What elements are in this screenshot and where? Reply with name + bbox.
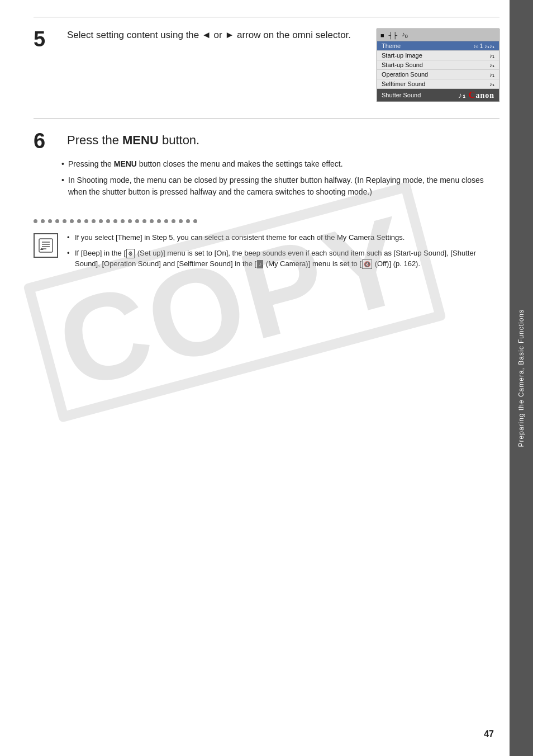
dot	[179, 219, 183, 223]
note-bullets: If you select [Theme] in Step 5, you can…	[67, 232, 499, 274]
step-6-section: 6 Press the MENU button. Pressing the ME…	[34, 119, 499, 208]
step-5-content: Select setting content using the ◄ or ► …	[67, 29, 499, 102]
sidebar-label: Preparing the Camera, Basic Functions	[517, 309, 525, 447]
canon-logo: ♪₁ Canon	[458, 90, 494, 100]
dot	[92, 219, 96, 223]
step-5-number: 5	[34, 29, 61, 50]
list-icon	[38, 238, 54, 253]
dot	[164, 219, 168, 223]
dot	[172, 219, 175, 223]
dot	[63, 219, 66, 223]
page-number: 47	[484, 729, 494, 739]
setup-icon: ⚙	[126, 249, 135, 258]
menu-row-operation-sound: Operation Sound ♪₁	[377, 70, 499, 79]
note-bullet-1: If you select [Theme] in Step 5, you can…	[67, 232, 499, 243]
dot	[186, 219, 190, 223]
step-6-title: Press the MENU button.	[67, 130, 199, 149]
camera-screen-image: ■ ┤├ ♪0 Theme ♪₀ 1 ♪₁♪₁ Start-up Image ♪…	[377, 29, 499, 102]
dot	[157, 219, 161, 223]
step-6-title-bold: MENU	[122, 133, 159, 147]
dot	[84, 219, 88, 223]
note-bullet-2: If [Beep] in the [⚙ (Set up)] menu is se…	[67, 248, 499, 270]
dot	[99, 219, 103, 223]
camera-icon-2: ┤├	[389, 32, 398, 39]
camera-icon-1: ■	[380, 32, 384, 39]
step-6-bullet-2: In Shooting mode, the menu can be closed…	[61, 174, 499, 198]
step-6-bullet-1: Pressing the MENU button closes the menu…	[61, 158, 499, 170]
menu-row-shutter-sound: Shutter Sound ♪₁ Canon	[377, 89, 499, 101]
dot	[142, 219, 146, 223]
note-section: If you select [Theme] in Step 5, you can…	[34, 232, 499, 274]
dot	[135, 219, 139, 223]
dot	[77, 219, 81, 223]
right-sidebar: Preparing the Camera, Basic Functions	[510, 0, 533, 756]
step-5-text: Select setting content using the ◄ or ► …	[67, 29, 365, 42]
step-5-title: Select setting content using the ◄ or ► …	[67, 29, 365, 42]
note-icon	[34, 233, 58, 258]
step-6-title-pre: Press the	[67, 133, 122, 147]
dot	[106, 219, 110, 223]
step-6-bullets: Pressing the MENU button closes the menu…	[61, 158, 499, 198]
dot	[70, 219, 74, 223]
dot	[48, 219, 52, 223]
camera-screen-header: ■ ┤├ ♪0	[377, 29, 499, 41]
dot	[128, 219, 132, 223]
menu-row-selftimer-sound: Selftimer Sound ♪₁	[377, 79, 499, 89]
dot	[34, 219, 37, 223]
camera-screen-menu: Theme ♪₀ 1 ♪₁♪₁ Start-up Image ♪₁ Start-…	[377, 41, 499, 101]
dot	[55, 219, 59, 223]
svg-rect-0	[39, 239, 53, 252]
dot	[150, 219, 154, 223]
mycamera-icon: ♪	[257, 260, 263, 268]
dot	[121, 219, 125, 223]
dot	[41, 219, 45, 223]
menu-row-theme: Theme ♪₀ 1 ♪₁♪₁	[377, 41, 499, 51]
dot	[113, 219, 117, 223]
dots-separator	[34, 219, 499, 223]
or-word: or	[214, 30, 222, 40]
step-6-number: 6	[34, 130, 61, 152]
menu-row-startup-image: Start-up Image ♪₁	[377, 51, 499, 60]
off-icon: 🔇	[362, 259, 372, 269]
step-5-section: 5 Select setting content using the ◄ or …	[34, 17, 499, 113]
menu-row-startup-sound: Start-up Sound ♪₁	[377, 60, 499, 70]
dot	[193, 219, 197, 223]
step-6-header: 6 Press the MENU button.	[34, 130, 499, 152]
copy-text: COPY	[23, 181, 446, 423]
camera-icon-3: ♪0	[402, 31, 408, 39]
step-6-title-post: button.	[159, 133, 199, 147]
